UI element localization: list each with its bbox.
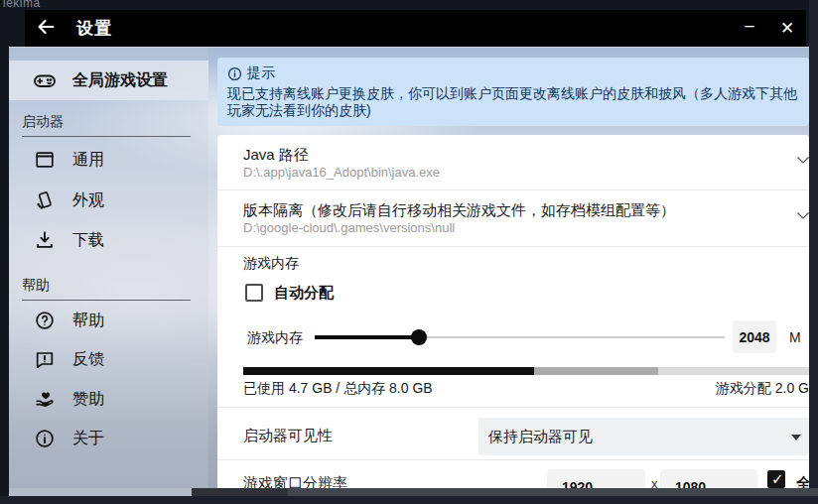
screen: lekima 设置 – ✕ 全局游戏设置 启动器 <box>0 0 818 504</box>
memory-game-alloc-text: 游戏分配 2.0 G <box>716 380 809 398</box>
memory-slider-fill <box>315 335 419 339</box>
row-divider <box>217 407 809 408</box>
sidebar-item-help[interactable]: 帮助 <box>9 304 208 337</box>
memory-used-segment <box>243 367 534 375</box>
minimize-icon: – <box>745 16 753 36</box>
row-divider <box>217 459 809 460</box>
fullscreen-label: 全 <box>796 474 809 488</box>
version-isolation-value: D:\google-cloud\.games\versions\null <box>243 220 455 235</box>
settings-content: 全局游戏设置 启动器 通用 外观 下载 帮助 <box>9 47 809 488</box>
window-icon <box>33 148 57 172</box>
resolution-width-field[interactable]: 1920 <box>547 469 645 488</box>
close-icon: ✕ <box>780 18 794 39</box>
chevron-down-icon[interactable] <box>794 151 809 169</box>
help-circle-icon <box>33 309 57 332</box>
resolution-height-field[interactable]: 1080 <box>660 469 757 488</box>
window-bottom-edge <box>9 488 192 496</box>
sidebar-item-about[interactable]: 关于 <box>9 422 208 455</box>
desktop-background-text: lekima <box>3 0 41 10</box>
settings-panel: Java 路径 D:\.app\java16_Adopt\bin\java.ex… <box>217 135 809 488</box>
sidebar-item-sponsor[interactable]: 赞助 <box>9 382 208 416</box>
sponsor-hand-heart-icon <box>33 387 57 411</box>
auto-allocate-label: 自动分配 <box>274 284 334 303</box>
sidebar-item-label: 全局游戏设置 <box>72 70 168 91</box>
info-circle-icon <box>33 427 57 450</box>
sidebar-item-label: 反馈 <box>72 349 104 370</box>
hint-body: 现已支持离线账户更换皮肤，你可以到账户页面更改离线账户的皮肤和披风（多人游戏下其… <box>227 85 799 119</box>
sidebar-item-label: 关于 <box>72 429 104 449</box>
launcher-visibility-value: 保持启动器可见 <box>488 428 593 446</box>
launcher-visibility-select[interactable]: 保持启动器可见 <box>478 418 809 455</box>
launcher-visibility-label: 启动器可见性 <box>243 427 333 445</box>
sidebar: 全局游戏设置 启动器 通用 外观 下载 帮助 <box>9 48 208 488</box>
main-settings-area: 提示 现已支持离线账户更换皮肤，你可以到账户页面更改离线账户的皮肤和披风（多人游… <box>208 48 809 488</box>
scrollbar-thumb[interactable] <box>192 488 288 496</box>
game-memory-section-label: 游戏内存 <box>243 255 299 273</box>
titlebar: 设置 – ✕ <box>25 10 806 47</box>
chevron-down-icon[interactable] <box>794 206 809 224</box>
sidebar-item-label: 下载 <box>72 230 104 251</box>
appearance-icon <box>33 189 57 212</box>
sidebar-item-label: 通用 <box>72 150 104 171</box>
sidebar-item-global-game-settings[interactable]: 全局游戏设置 <box>9 63 208 97</box>
memory-game-segment <box>534 367 658 375</box>
auto-allocate-checkbox[interactable] <box>245 284 263 302</box>
hint-banner: 提示 现已支持离线账户更换皮肤，你可以到账户页面更改离线账户的皮肤和披风（多人游… <box>217 58 809 126</box>
info-circle-icon <box>227 66 242 81</box>
sidebar-section-launcher: 启动器 <box>22 113 191 137</box>
memory-slider-thumb[interactable] <box>411 329 427 345</box>
memory-usage-text: 已使用 4.7 GB / 总内存 8.0 GB <box>243 380 433 398</box>
desktop-bottom-edge <box>0 496 818 504</box>
row-divider <box>217 189 809 190</box>
sidebar-item-general[interactable]: 通用 <box>9 143 208 177</box>
gamepad-icon <box>33 68 57 92</box>
download-icon <box>33 228 57 252</box>
version-isolation-label: 版本隔离（修改后请自行移动相关游戏文件，如存档模组配置等） <box>243 201 675 220</box>
desktop-right-edge <box>809 0 818 504</box>
resolution-separator: x <box>651 476 658 488</box>
sidebar-item-label: 帮助 <box>72 311 104 331</box>
close-button[interactable]: ✕ <box>768 10 806 47</box>
sidebar-item-download[interactable]: 下载 <box>9 223 208 257</box>
minimize-button[interactable]: – <box>731 10 768 47</box>
horizontal-scrollbar[interactable] <box>192 488 818 496</box>
memory-value-field[interactable]: 2048 <box>733 320 776 353</box>
back-button[interactable] <box>25 10 67 47</box>
fullscreen-checkbox[interactable] <box>767 470 785 488</box>
resolution-label: 游戏窗口分辨率 <box>243 474 347 488</box>
sidebar-item-feedback[interactable]: 反馈 <box>9 342 208 376</box>
row-divider <box>217 246 809 247</box>
arrow-left-icon <box>35 16 57 42</box>
sidebar-item-label: 赞助 <box>72 389 104 410</box>
sidebar-item-appearance[interactable]: 外观 <box>9 184 208 217</box>
hint-title: 提示 <box>247 64 275 82</box>
sidebar-item-label: 外观 <box>72 190 104 211</box>
java-path-label: Java 路径 <box>243 146 309 165</box>
java-path-value: D:\.app\java16_Adopt\bin\java.exe <box>243 165 440 180</box>
sidebar-section-help: 帮助 <box>22 277 191 301</box>
memory-slider-label: 游戏内存 <box>247 329 303 347</box>
feedback-bubble-icon <box>33 347 57 371</box>
memory-slider[interactable] <box>315 336 725 338</box>
memory-unit-label: M <box>789 329 801 345</box>
page-title: 设置 <box>76 17 112 40</box>
dropdown-arrow-icon <box>791 435 801 441</box>
memory-usage-bar <box>243 367 809 375</box>
